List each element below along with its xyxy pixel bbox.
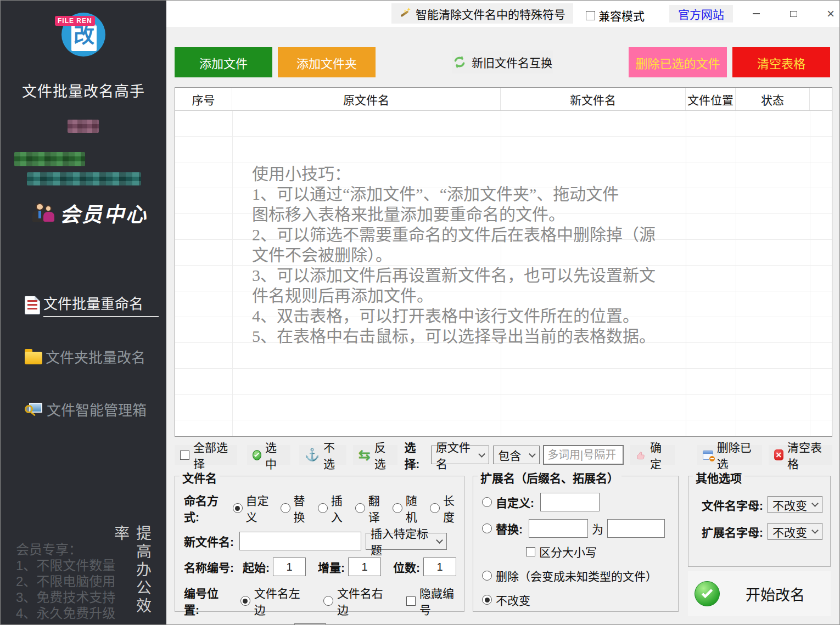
start-number-input[interactable] <box>273 558 306 576</box>
filter-label: 选择: <box>404 438 428 471</box>
ext-replace-to-input[interactable] <box>607 519 665 538</box>
magic-wand-icon <box>399 8 411 20</box>
filename-panel-title: 文件名 <box>180 469 220 486</box>
keywords-input[interactable] <box>543 445 624 465</box>
sidebar-item-label: 文件批量重命名 <box>43 292 159 317</box>
swap-names-button[interactable]: 新旧文件名互换 <box>452 50 553 74</box>
minimize-button[interactable] <box>744 5 768 22</box>
checkbox-icon <box>586 11 595 20</box>
compat-mode-checkbox[interactable]: 兼容模式 <box>586 7 645 24</box>
add-folder-button[interactable]: 添加文件夹 <box>278 47 376 77</box>
member-perks: 会员专享： 1、不限文件数量 2、不限电脑使用 3、免费技术支持 4、永久免费升… <box>16 542 115 621</box>
delete-selected-rows-button[interactable]: 删除已选 <box>697 445 762 465</box>
ext-replace-from-input[interactable] <box>529 519 588 538</box>
confirm-button[interactable]: 确定 <box>630 445 675 465</box>
new-filename-input[interactable] <box>239 532 361 550</box>
close-button[interactable]: × <box>819 5 840 22</box>
table-header: 序号 原文件名 新文件名 文件位置 状态 <box>175 88 832 111</box>
file-table[interactable]: 序号 原文件名 新文件名 文件位置 状态 使用小技巧： 1、可以通过“添加文件”… <box>175 87 832 437</box>
chevron-down-icon <box>811 500 819 507</box>
vertical-slogan: 提高办公效率 <box>109 525 153 625</box>
anchor-icon: ⚓ <box>305 449 320 461</box>
perk-item: 3、免费技术支持 <box>16 589 115 605</box>
member-center-link[interactable]: 会员中心 <box>31 198 148 228</box>
selection-toolbar: 全部选择 选中 ⚓ 不选 ⇆ 反选 选择: 原文件名 包含 <box>175 444 832 466</box>
smart-clean-button[interactable]: 智能清除文件名中的特殊符号 <box>391 3 573 24</box>
folder-icon <box>25 352 42 364</box>
titlebar: 智能清除文件名中的特殊符号 兼容模式 官方网站 × <box>166 1 840 27</box>
sidebar-item-batch-rename[interactable]: 文件批量重命名 <box>25 292 159 317</box>
radio-ext-custom[interactable] <box>482 497 492 507</box>
extension-panel-title: 扩展名（后缀名、拓展名） <box>478 469 621 486</box>
tips-line: 4、双击表格，可以打开表格中该行文件所在的位置。 <box>252 306 656 326</box>
blurred-status-line <box>14 152 85 166</box>
ext-case-label: 扩展名字母: <box>702 523 763 540</box>
thumbs-up-icon <box>636 449 646 461</box>
number-position-label: 编号位置: <box>184 584 232 617</box>
select-button[interactable]: 选中 <box>247 445 290 465</box>
sidebar-item-smart-manager[interactable]: 文件智能管理箱 <box>25 399 147 419</box>
col-original-name: 原文件名 <box>232 88 501 110</box>
sidebar-item-folder-rename[interactable]: 文件夹批量改名 <box>25 346 145 367</box>
radio-custom[interactable] <box>233 503 243 513</box>
smart-clean-label: 智能清除文件名中的特殊符号 <box>416 5 565 22</box>
radio-ext-keep[interactable] <box>482 595 492 605</box>
hide-number-checkbox[interactable] <box>406 596 416 606</box>
condition-dropdown[interactable]: 包含 <box>493 446 540 464</box>
tips-line: 3、可以添加文件后再设置新文件名，也可以先设置新文 <box>252 265 656 285</box>
clear-table-rows-button[interactable]: ✕ 清空表格 <box>769 445 832 465</box>
invert-selection-button[interactable]: ⇆ 反选 <box>353 445 397 465</box>
case-sensitive-checkbox[interactable] <box>526 547 535 556</box>
other-options-title: 其他选项 <box>693 469 744 486</box>
new-filename-label: 新文件名: <box>184 533 234 549</box>
clear-table-button[interactable]: 清空表格 <box>732 47 830 77</box>
filename-case-label: 文件名字母: <box>702 497 763 513</box>
radio-insert[interactable] <box>318 503 328 513</box>
tips-line: 文件不会被删除）。 <box>252 245 656 265</box>
sidebar-item-label: 文件夹批量改名 <box>46 346 145 367</box>
radio-pos-right[interactable] <box>323 596 333 606</box>
member-people-icon <box>31 202 54 224</box>
start-rename-label: 开始改名 <box>720 583 831 605</box>
col-spacer <box>810 88 832 110</box>
app-title: 文件批量改名高手 <box>1 80 166 101</box>
window-delete-icon <box>703 451 713 460</box>
chevron-down-icon <box>529 451 536 458</box>
document-icon <box>25 296 40 314</box>
maximize-button[interactable] <box>781 5 805 22</box>
delete-selected-files-button[interactable]: 删除已选的文件 <box>629 47 727 77</box>
tips-line: 1、可以通过“添加文件”、“添加文件夹”、拖动文件 <box>252 184 656 204</box>
increment-input[interactable] <box>348 558 381 576</box>
ext-custom-input[interactable] <box>540 493 600 511</box>
deselect-button[interactable]: ⚓ 不选 <box>299 445 346 465</box>
blurred-username <box>68 120 99 133</box>
official-site-link[interactable]: 官方网站 <box>669 5 733 22</box>
sidebar: 改 FILE REN 文件批量改名高手 会员中心 文件批量重命名 文件夹批量改名 <box>1 1 166 625</box>
radio-translate[interactable] <box>355 503 365 513</box>
checkbox-icon <box>180 451 189 460</box>
main-area: 智能清除文件名中的特殊符号 兼容模式 官方网站 × 添加文件 添加文件夹 <box>166 1 840 625</box>
radio-random[interactable] <box>393 503 402 513</box>
naming-method-label: 命名方式: <box>184 492 229 525</box>
select-all-checkbox[interactable]: 全部选择 <box>175 445 237 465</box>
add-files-button[interactable]: 添加文件 <box>175 47 272 77</box>
start-rename-button[interactable]: 开始改名 <box>688 571 831 616</box>
digits-input[interactable] <box>423 558 456 576</box>
col-new-name: 新文件名 <box>501 88 686 110</box>
radio-length[interactable] <box>430 503 440 513</box>
radio-ext-delete[interactable] <box>482 571 492 581</box>
col-location: 文件位置 <box>686 88 736 110</box>
radio-replace[interactable] <box>281 503 290 513</box>
maximize-icon <box>790 11 797 17</box>
col-index: 序号 <box>175 88 232 110</box>
filename-case-dropdown[interactable]: 不改变 <box>768 496 822 513</box>
logo-badge: FILE REN <box>55 16 95 26</box>
field-dropdown[interactable]: 原文件名 <box>431 446 489 464</box>
radio-pos-left[interactable] <box>240 596 250 606</box>
compat-mode-label: 兼容模式 <box>598 7 645 24</box>
perks-title: 会员专享： <box>16 542 115 558</box>
insert-title-dropdown[interactable]: 插入特定标题 <box>366 533 447 550</box>
logo-circle-icon: 改 FILE REN <box>61 13 105 57</box>
radio-ext-replace[interactable] <box>482 523 492 533</box>
ext-case-dropdown[interactable]: 不改变 <box>768 523 822 540</box>
